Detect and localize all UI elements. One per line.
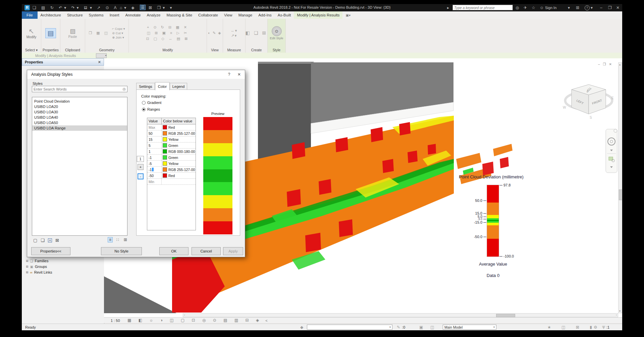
properties-close-icon[interactable]: ✕ [98, 60, 101, 64]
tab-settings[interactable]: Settings [136, 83, 155, 90]
ok-button[interactable]: OK [159, 247, 189, 255]
table-row[interactable]: Max Red [147, 124, 196, 130]
vertical-scrollbar[interactable]: ▴ ▾ [618, 62, 622, 313]
panel-measure-label[interactable]: Measure [223, 48, 245, 52]
ribbon-panel-toggle-icon[interactable]: ▣▾ [342, 11, 353, 19]
color-ranges-table[interactable]: Value Color below value Max Red 50 RGB 2… [147, 118, 196, 230]
properties-toggle-dialog-button[interactable]: Properties<< [31, 247, 70, 255]
tab-legend[interactable]: Legend [170, 83, 187, 90]
edit-style-button[interactable]: ⚙ Edit Style [268, 19, 285, 53]
paste-button[interactable]: ▨ Paste [60, 19, 85, 53]
tab-annotate[interactable]: Annotate [122, 11, 144, 19]
horizontal-scrollbar[interactable]: ‹ › [183, 313, 618, 317]
tab-analyze[interactable]: Analyze [144, 11, 163, 19]
properties-toggle-button[interactable]: ▤ [41, 19, 60, 53]
dialog-title-bar[interactable]: Analysis Display Styles ? ✕ [27, 70, 245, 79]
workset-dropdown[interactable]: ▾ [307, 325, 392, 330]
tab-manage[interactable]: Manage [235, 11, 256, 19]
close-button[interactable]: ✕ [616, 5, 620, 10]
tab-file[interactable]: File [22, 11, 38, 19]
no-style-button[interactable]: No Style [101, 247, 142, 255]
navigation-bar[interactable] [606, 129, 617, 173]
gear-icon[interactable]: ⚙ [594, 325, 597, 330]
view-minimize-icon[interactable]: – [598, 62, 603, 66]
expand-icon[interactable]: ⊞ [26, 271, 29, 274]
editing-requests-icon[interactable]: ✎ [397, 325, 400, 330]
styles-list[interactable]: Point Cloud Deviation USIBD LOA20 USIBD … [32, 97, 127, 236]
table-row[interactable]: -5 Yellow [147, 161, 196, 167]
tab-massing-site[interactable]: Massing & Site [163, 11, 195, 19]
app-logo-icon[interactable]: R [24, 5, 30, 10]
small-icons-view-icon[interactable]: ∷ [115, 237, 120, 242]
tab-structure[interactable]: Structure [64, 11, 86, 19]
viewcube-east-label[interactable]: E [611, 96, 614, 100]
measure-linear-icon[interactable]: ↗▾ [231, 33, 237, 38]
panel-create-label[interactable]: Create [246, 48, 267, 52]
row-spinner-value[interactable]: 1 [137, 156, 144, 162]
qat-view-icons[interactable]: ⌂▾ ◈ [120, 5, 137, 10]
style-item-usibd-loa-range[interactable]: USIBD LOA Range [32, 125, 127, 131]
browser-item-revit-links[interactable]: ⊞ ∞ Revit Links [26, 270, 52, 274]
dialog-close-icon[interactable]: ✕ [233, 72, 245, 77]
viewcube-south-label[interactable]: S [590, 116, 592, 119]
design-option-dropdown[interactable]: Main Model▾ [443, 325, 496, 330]
tab-modify-analysis-results[interactable]: Modify | Analysis Results [294, 11, 342, 19]
tab-insert[interactable]: Insert [107, 11, 122, 19]
panel-clipboard-label[interactable]: Clipboard [60, 48, 85, 52]
panel-properties-label[interactable]: Properties [41, 48, 60, 52]
minimize-button[interactable]: – [600, 5, 602, 10]
horizontal-scroll-thumb[interactable] [496, 314, 515, 317]
browser-item-groups[interactable]: ⊞ ▣ Groups [26, 265, 47, 269]
qat-file-icons[interactable]: ❏ ▤ ↻ ↶▾ ↷▾ ⊟ [33, 5, 89, 10]
scroll-left-icon[interactable]: ‹ [184, 314, 185, 317]
table-row-editing[interactable]: -1 RGB 255-127-00 [147, 167, 196, 173]
sign-in-button[interactable]: Sign In [545, 6, 556, 10]
remove-row-button[interactable]: - [138, 173, 144, 179]
help-icon[interactable]: ? [585, 5, 590, 10]
favorites-icon[interactable]: ☆ [532, 5, 535, 10]
view-close-icon[interactable]: ✕ [609, 62, 615, 66]
apply-button[interactable]: Apply [223, 247, 243, 255]
styles-search-box[interactable]: ◎ [32, 86, 127, 92]
modify-tools-row-3[interactable]: ⊡ ▢ ◇ ↔ ▤ ⊠ [146, 36, 190, 41]
geometry-icons[interactable]: ❐ ▦ ◫ [89, 31, 109, 36]
vertical-scroll-thumb[interactable] [619, 189, 622, 200]
browser-item-families[interactable]: ⊞ ❏ Families [26, 259, 48, 263]
tab-view[interactable]: View [221, 11, 235, 19]
tab-as-built[interactable]: As-Built [275, 11, 294, 19]
expand-icon[interactable]: ⊞ [26, 265, 29, 268]
status-square-icon-1[interactable]: ▣ [419, 325, 423, 330]
filter-icon[interactable]: ▽ [602, 325, 605, 330]
scroll-right-icon[interactable]: › [616, 314, 617, 317]
panel-modify-label[interactable]: Modify [129, 48, 207, 52]
status-square-icon-2[interactable]: ◫ [430, 325, 434, 330]
cope-button[interactable]: ⌐ Cope ▾ [112, 26, 125, 31]
qat-annotate-icons[interactable]: ↔▾ ↗ ⊙ A [84, 5, 118, 10]
properties-palette-header[interactable]: Properties ✕ [22, 58, 104, 66]
table-row[interactable]: Min [147, 179, 196, 185]
table-row[interactable]: 1 RGB 000-180-00 [147, 149, 196, 155]
modify-tools-row-1[interactable]: + ⊙ ↻ ⊟ ▦ ✕ [147, 25, 189, 30]
ranges-radio[interactable]: Ranges [142, 107, 160, 111]
style-item-usibd-loa40[interactable]: USIBD LOA40 [32, 115, 127, 120]
panel-geometry-label[interactable]: Geometry [85, 48, 128, 52]
modify-tools-row-2[interactable]: ◫ ⊞ ▣ ≡ ▷ ✂ [147, 31, 189, 36]
table-row[interactable]: 15 Yellow [147, 136, 196, 143]
view-window-controls[interactable]: –❐✕ [598, 62, 615, 66]
join-button[interactable]: ⊕ Join ▾ [112, 35, 125, 40]
restore-button[interactable]: ❐ [608, 5, 612, 10]
tab-systems[interactable]: Systems [86, 11, 107, 19]
measure-aligned-icon[interactable]: ↔▾ [231, 28, 238, 33]
sign-in-dropdown-icon[interactable]: ▾ [568, 5, 570, 10]
worksets-icon[interactable]: ◆ [300, 325, 303, 330]
tab-color[interactable]: Color [155, 82, 170, 91]
scroll-up-icon[interactable]: ▴ [619, 63, 621, 66]
modify-tool-button[interactable]: ↖ Modify [22, 19, 41, 53]
search-magnifier-icon[interactable]: ◎ [122, 87, 126, 91]
tab-architecture[interactable]: Architecture [38, 11, 64, 19]
panel-select-label[interactable]: Select ▾ [22, 48, 41, 52]
style-item-usibd-loa50[interactable]: USIBD LOA50 [32, 120, 127, 125]
panel-view-label[interactable]: View [207, 48, 223, 52]
table-row[interactable]: -50 Red [147, 173, 196, 179]
view-tools-icons[interactable]: ◐ ✎ ◈ [208, 31, 221, 36]
